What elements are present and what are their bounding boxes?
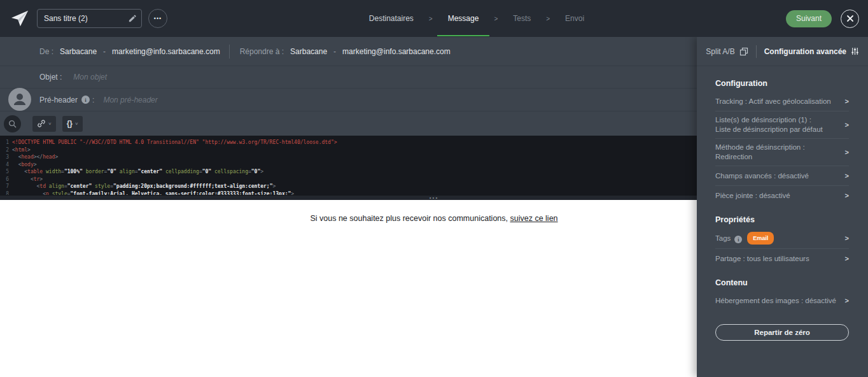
subject-label: Objet : bbox=[39, 73, 62, 82]
chevron-down-icon: ˅ bbox=[75, 121, 78, 127]
from-separator: - bbox=[103, 47, 106, 56]
sidebar-item[interactable]: Champs avancés : désactivé> bbox=[715, 166, 849, 185]
split-ab-label: Split A/B bbox=[706, 47, 734, 56]
sidebar-section-title: Contenu bbox=[715, 278, 849, 287]
campaign-title-input[interactable] bbox=[43, 13, 124, 24]
breadcrumb-chevron-icon: > bbox=[494, 15, 498, 22]
from-name[interactable]: Sarbacane bbox=[60, 47, 97, 56]
item-chevron-icon: > bbox=[845, 172, 849, 180]
replyto-separator: - bbox=[333, 47, 336, 56]
campaign-editor-page: ••• Destinataires>Message>Tests>Envoi Su… bbox=[0, 0, 868, 377]
from-label: De : bbox=[39, 47, 53, 56]
sidebar-item[interactable]: Méthode de désinscription : Redirection> bbox=[715, 139, 849, 166]
unsubscribe-text: Si vous ne souhaitez plus recevoir nos c… bbox=[310, 214, 510, 223]
sidebar-sections: ConfigurationTracking : Actif avec géolo… bbox=[697, 66, 868, 341]
sidebar-item-label: Champs avancés : désactivé bbox=[715, 167, 809, 185]
sidebar-section-title: Configuration bbox=[715, 79, 849, 88]
ellipsis-icon: ••• bbox=[154, 15, 162, 22]
sender-avatar bbox=[8, 88, 31, 111]
replyto-email[interactable]: marketing@info.sarbacane.com bbox=[342, 47, 451, 56]
line-number: 8 bbox=[0, 190, 9, 196]
replyto-name[interactable]: Sarbacane bbox=[290, 47, 327, 56]
sidebar-item[interactable]: Tracking : Actif avec géolocalisation> bbox=[715, 92, 849, 111]
sliders-icon bbox=[851, 47, 859, 55]
advanced-config-label: Configuration avancée bbox=[764, 47, 846, 56]
breadcrumb-chevron-icon: > bbox=[546, 15, 550, 22]
item-chevron-icon: > bbox=[845, 234, 849, 242]
preheader-label: Pré-header bbox=[39, 96, 78, 104]
line-number: 6 bbox=[0, 176, 9, 183]
braces-icon: {} bbox=[67, 119, 73, 128]
item-chevron-icon: > bbox=[845, 192, 849, 199]
campaign-title-field[interactable] bbox=[37, 9, 142, 28]
line-number: 1 bbox=[0, 139, 9, 146]
line-number: 2 bbox=[0, 146, 9, 154]
sidebar-item-label: Méthode de désinscription : Redirection bbox=[715, 139, 840, 166]
sidebar-item-label: Hébergement des images : désactivé bbox=[715, 292, 836, 309]
item-chevron-icon: > bbox=[845, 97, 849, 105]
sidebar-item-label: Partage : tous les utilisateurs bbox=[715, 250, 809, 267]
item-chevron-icon: > bbox=[845, 297, 849, 304]
line-number: 7 bbox=[0, 183, 9, 190]
breadcrumb-item-message[interactable]: Message bbox=[448, 0, 479, 37]
breadcrumb-item-destinataires[interactable]: Destinataires bbox=[369, 0, 414, 37]
line-number: 4 bbox=[0, 161, 9, 169]
sarbacane-logo-icon bbox=[10, 10, 29, 27]
tags-info-icon[interactable]: i bbox=[734, 236, 742, 243]
topbar: ••• Destinataires>Message>Tests>Envoi Su… bbox=[0, 0, 868, 37]
sidebar-item[interactable]: Pièce jointe : désactivé> bbox=[715, 186, 849, 205]
split-ab-button[interactable]: Split A/B bbox=[706, 47, 748, 56]
sidebar-item[interactable]: TagsiEmail> bbox=[715, 228, 849, 248]
sidebar-item[interactable]: Liste(s) de désinscription (1) :Liste de… bbox=[715, 111, 849, 138]
unsubscribe-link[interactable]: suivez ce lien bbox=[510, 214, 558, 223]
close-icon bbox=[846, 15, 854, 22]
link-icon bbox=[37, 119, 46, 128]
advanced-config-button[interactable]: Configuration avancée bbox=[764, 47, 859, 56]
item-chevron-icon: > bbox=[845, 148, 849, 156]
chevron-down-icon: ˅ bbox=[48, 121, 52, 127]
pencil-icon[interactable] bbox=[128, 15, 136, 23]
preheader-info-icon[interactable]: i bbox=[81, 96, 90, 104]
replyto-group: Répondre à : Sarbacane - marketing@info.… bbox=[229, 45, 451, 59]
link-menu-button[interactable]: ˅ bbox=[32, 116, 56, 132]
more-options-button[interactable]: ••• bbox=[148, 9, 167, 28]
from-email[interactable]: marketing@info.sarbacane.com bbox=[112, 47, 220, 56]
reset-button[interactable]: Repartir de zéro bbox=[715, 324, 849, 341]
line-number: 5 bbox=[0, 168, 9, 176]
person-icon bbox=[8, 88, 31, 111]
next-button[interactable]: Suivant bbox=[786, 10, 832, 27]
sidebar-item-label: Liste(s) de désinscription (1) :Liste de… bbox=[715, 111, 823, 138]
sidebar-item[interactable]: Hébergement des images : désactivé> bbox=[715, 291, 849, 310]
variables-menu-button[interactable]: {} ˅ bbox=[62, 116, 83, 132]
item-chevron-icon: > bbox=[845, 255, 849, 262]
settings-sidebar: Split A/B Configuration avancée bbox=[697, 37, 868, 377]
breadcrumb-chevron-icon: > bbox=[429, 15, 433, 22]
breadcrumb: Destinataires>Message>Tests>Envoi bbox=[369, 0, 584, 37]
vertical-divider bbox=[756, 45, 757, 58]
breadcrumb-item-envoi[interactable]: Envoi bbox=[565, 0, 584, 37]
sidebar-item-label: Pièce jointe : désactivé bbox=[715, 187, 790, 204]
line-number: 3 bbox=[0, 153, 9, 161]
breadcrumb-item-tests[interactable]: Tests bbox=[513, 0, 531, 37]
search-icon bbox=[8, 120, 17, 128]
email-tag-badge: Email bbox=[747, 232, 774, 245]
copy-icon bbox=[739, 47, 748, 56]
preheader-colon: : bbox=[92, 96, 94, 104]
sidebar-item-label: TagsiEmail bbox=[715, 228, 774, 248]
replyto-label: Répondre à : bbox=[240, 47, 284, 56]
sidebar-section-title: Propriétés bbox=[715, 215, 849, 224]
item-chevron-icon: > bbox=[845, 121, 849, 129]
sidebar-item-label: Tracking : Actif avec géolocalisation bbox=[715, 93, 831, 110]
sidebar-item[interactable]: Partage : tous les utilisateurs> bbox=[715, 249, 849, 268]
sidebar-top-row: Split A/B Configuration avancée bbox=[697, 37, 868, 66]
search-button[interactable] bbox=[4, 115, 21, 132]
close-button[interactable] bbox=[841, 10, 859, 28]
